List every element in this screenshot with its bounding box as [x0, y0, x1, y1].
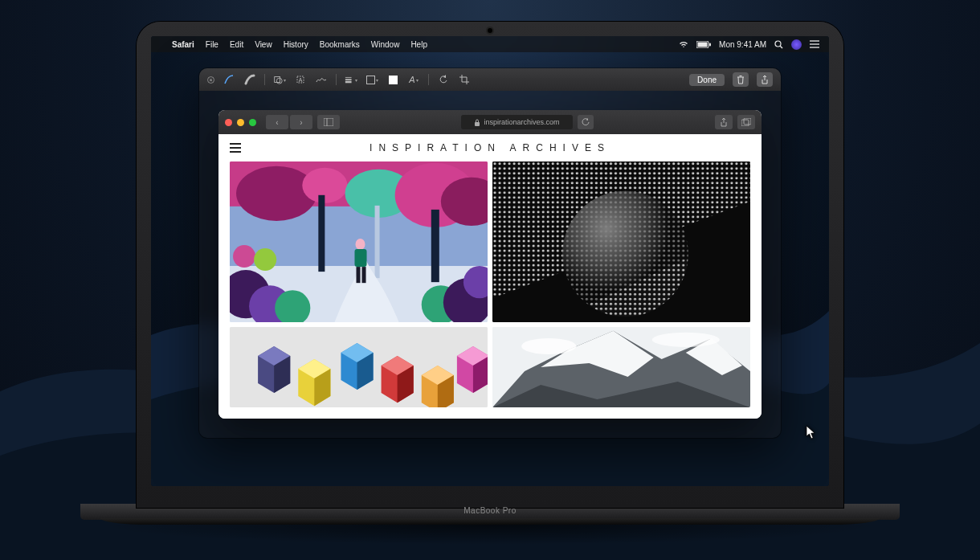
- rotate-tool-icon[interactable]: [437, 73, 450, 86]
- back-button[interactable]: ‹: [266, 115, 288, 129]
- window-minimize-button[interactable]: [237, 119, 244, 126]
- laptop-shadow: [96, 525, 884, 545]
- stroke-tool-icon[interactable]: ▾: [345, 73, 357, 86]
- safari-window: ‹ › inspirationarchives.com: [218, 110, 762, 419]
- battery-icon[interactable]: [696, 41, 711, 48]
- svg-rect-17: [475, 122, 480, 126]
- text-tool-icon[interactable]: A: [294, 73, 307, 86]
- window-zoom-button[interactable]: [249, 119, 256, 126]
- sidebar-button[interactable]: [317, 115, 340, 129]
- cursor-icon: [806, 425, 817, 442]
- lock-icon: [474, 119, 480, 126]
- address-bar[interactable]: inspirationarchives.com: [461, 115, 573, 129]
- markup-toolbar: × ▾ A ▾ ▾ A▾ Done: [199, 68, 781, 91]
- gallery-tile-illustration[interactable]: [230, 161, 488, 322]
- svg-line-4: [780, 46, 782, 48]
- markup-trash-button[interactable]: [733, 72, 749, 87]
- crop-tool-icon[interactable]: [458, 73, 471, 86]
- gallery-tile-sphere[interactable]: [492, 161, 750, 322]
- menu-window[interactable]: Window: [371, 40, 400, 49]
- macos-menubar: Safari File Edit View History Bookmarks …: [151, 36, 829, 52]
- markup-share-button[interactable]: [757, 72, 773, 87]
- svg-rect-29: [431, 210, 439, 282]
- menu-view[interactable]: View: [255, 40, 272, 49]
- tabs-button[interactable]: [737, 115, 755, 129]
- webcam: [488, 28, 492, 33]
- svg-rect-1: [698, 42, 708, 47]
- svg-point-42: [254, 248, 276, 271]
- gallery-grid: [218, 161, 762, 419]
- svg-point-41: [233, 245, 255, 268]
- pen-tool-icon[interactable]: [223, 73, 235, 86]
- hamburger-menu-icon[interactable]: [230, 143, 241, 153]
- notification-center-icon[interactable]: [810, 40, 819, 48]
- menu-bookmarks[interactable]: Bookmarks: [320, 40, 360, 49]
- menu-file[interactable]: File: [206, 40, 218, 49]
- laptop-screen: Safari File Edit View History Bookmarks …: [151, 36, 829, 486]
- laptop-frame: Safari File Edit View History Bookmarks …: [137, 22, 843, 508]
- share-button[interactable]: [715, 115, 733, 129]
- marker-tool-icon[interactable]: [243, 73, 256, 86]
- gallery-tile-cubes[interactable]: [230, 327, 488, 407]
- markup-done-button[interactable]: Done: [689, 74, 725, 86]
- svg-point-3: [775, 41, 781, 47]
- spotlight-icon[interactable]: [774, 40, 783, 49]
- safari-toolbar: ‹ › inspirationarchives.com: [218, 110, 762, 134]
- svg-text:A: A: [299, 77, 303, 83]
- svg-rect-32: [354, 249, 366, 267]
- active-app-name[interactable]: Safari: [172, 40, 194, 49]
- reload-button[interactable]: [578, 115, 594, 129]
- svg-rect-34: [362, 267, 366, 283]
- safari-page: INSPIRATION ARCHIVES: [218, 134, 762, 419]
- menu-edit[interactable]: Edit: [230, 40, 243, 49]
- svg-rect-25: [318, 195, 325, 272]
- menu-history[interactable]: History: [284, 40, 308, 49]
- device-label: MacBook Pro: [463, 506, 517, 515]
- page-header: INSPIRATION ARCHIVES: [218, 134, 762, 161]
- border-color-tool-icon[interactable]: ▾: [365, 73, 378, 86]
- svg-point-9: [276, 78, 282, 84]
- site-title: INSPIRATION ARCHIVES: [241, 142, 739, 153]
- wifi-icon[interactable]: [679, 40, 688, 48]
- shapes-tool-icon[interactable]: ▾: [273, 73, 286, 86]
- font-tool-icon[interactable]: A▾: [407, 73, 420, 86]
- svg-rect-18: [741, 120, 749, 126]
- svg-rect-15: [324, 118, 333, 126]
- markup-window: × ▾ A ▾ ▾ A▾ Done: [199, 68, 781, 438]
- gallery-tile-mountain[interactable]: [492, 327, 750, 407]
- markup-close-button[interactable]: ×: [207, 76, 214, 84]
- menu-help[interactable]: Help: [410, 40, 427, 49]
- siri-icon[interactable]: [791, 39, 802, 50]
- svg-rect-27: [375, 206, 380, 278]
- svg-point-68: [521, 338, 576, 354]
- laptop-base: [100, 518, 880, 525]
- svg-point-31: [355, 239, 365, 250]
- svg-rect-33: [356, 267, 360, 283]
- svg-rect-2: [709, 43, 711, 46]
- window-close-button[interactable]: [225, 119, 232, 126]
- address-url: inspirationarchives.com: [484, 118, 559, 126]
- menubar-clock[interactable]: Mon 9:41 AM: [719, 40, 766, 49]
- svg-point-23: [236, 166, 316, 221]
- window-traffic-lights: [225, 119, 256, 126]
- sign-tool-icon[interactable]: [315, 73, 328, 86]
- fill-color-tool-icon[interactable]: [386, 73, 399, 86]
- svg-point-69: [652, 333, 720, 347]
- forward-button[interactable]: ›: [290, 115, 312, 129]
- svg-rect-19: [744, 118, 751, 125]
